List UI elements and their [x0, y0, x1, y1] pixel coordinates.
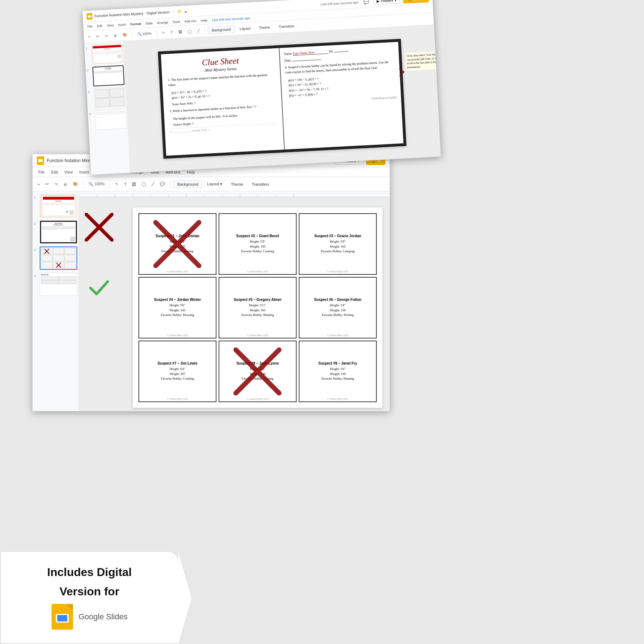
- top-cloud-icon[interactable]: ☁: [184, 9, 187, 14]
- big-checkmark: [88, 277, 110, 299]
- suspect-1-name: Suspect #1 – John Dorian: [156, 234, 199, 238]
- top-toolbar-undo[interactable]: ↩: [94, 33, 101, 40]
- suspect-card-7[interactable]: Suspect #7 – Jim Lewis Height: 6'4" Weig…: [138, 341, 216, 402]
- clue-q1: 1. The first letter of the suspect's nam…: [168, 72, 275, 88]
- top-theme-button[interactable]: Theme: [255, 24, 274, 31]
- menu-insert[interactable]: Insert: [76, 169, 92, 175]
- background-button[interactable]: Background: [173, 180, 202, 188]
- top-toolbar-paint[interactable]: 🎨: [120, 31, 129, 38]
- toolbar-line[interactable]: ╱: [150, 180, 156, 188]
- suspect-8-name: Suspect #8 – Jane Lyons: [236, 361, 279, 365]
- suspect-card-2[interactable]: Suspect #2 – Grant Bevel Height: 5'9" We…: [219, 213, 297, 275]
- toolbar-textbox[interactable]: T: [122, 181, 129, 188]
- top-menu-insert[interactable]: Insert: [116, 22, 128, 28]
- menu-view[interactable]: View: [62, 169, 76, 175]
- transition-button[interactable]: Transition: [248, 181, 272, 188]
- top-toolbar-add[interactable]: +: [86, 33, 93, 40]
- top-divider-1: [132, 31, 132, 38]
- top-present-dropdown[interactable]: ▾: [395, 0, 397, 2]
- top-thumb-slide-3[interactable]: [93, 87, 126, 108]
- thumb-item-2[interactable]: 2 Clue Sheet Mini Mystery Series: [34, 220, 77, 244]
- thumb-item-1[interactable]: 1 Instructions: [34, 194, 77, 218]
- thumb-slide-1[interactable]: Instructions: [40, 194, 77, 218]
- suspect-card-3[interactable]: Suspect #3 – Gracie Jordan Height: 5'9" …: [299, 213, 377, 275]
- suspect-card-1[interactable]: Suspect #1 – John Dorian Height: 6'4" We…: [138, 213, 216, 275]
- thumb-slide-2[interactable]: Clue Sheet Mini Mystery Series: [40, 220, 77, 244]
- suspect-card-6[interactable]: Suspect #6 – George Fulton Height: 5'4" …: [299, 277, 377, 338]
- menu-file[interactable]: File: [35, 169, 48, 175]
- thumb-item-3[interactable]: 3: [34, 247, 77, 270]
- top-star-icon[interactable]: ☆: [171, 9, 175, 14]
- top-thumb-slide-4[interactable]: [95, 109, 127, 130]
- suspect-card-8[interactable]: Suspect #8 – Jane Lyons Height: 5'4" Wei…: [219, 341, 297, 402]
- thumb-num-1: 1: [34, 196, 38, 199]
- top-layout-button[interactable]: Layout: [236, 25, 254, 33]
- layout-button[interactable]: Layout ▾: [204, 180, 226, 188]
- top-menu-edit[interactable]: Edit: [95, 23, 104, 28]
- pd-value: [334, 51, 348, 52]
- bottom-thumbnails-panel: 1 Instructions: [33, 191, 79, 411]
- top-toolbar-shapes[interactable]: ◯: [185, 28, 194, 35]
- top-menu-view[interactable]: View: [105, 23, 116, 28]
- toolbar-image[interactable]: 🖼: [130, 181, 138, 188]
- suspect-card-4[interactable]: Suspect #4 – Jordan Winter Height: 5'6" …: [138, 277, 216, 338]
- top-chat-icon[interactable]: 💬: [363, 0, 369, 5]
- toolbar-cursor[interactable]: ↖: [113, 180, 121, 188]
- top-toolbar-line[interactable]: ╱: [195, 28, 202, 35]
- toolbar-shapes[interactable]: ◯: [140, 180, 148, 188]
- top-thumb-slide-2[interactable]: Clue Sheet Mini Mystery: [92, 65, 125, 86]
- top-toolbar-redo[interactable]: ↪: [102, 32, 110, 39]
- top-thumb-slide-1[interactable]: Instructions: [91, 43, 123, 64]
- top-divider-2: [156, 30, 157, 37]
- suspects-grid: Suspect #1 – John Dorian Height: 6'4" We…: [133, 208, 382, 408]
- toolbar-redo[interactable]: ↪: [52, 180, 60, 188]
- theme-button[interactable]: Theme: [227, 181, 247, 188]
- big-x-mark: [85, 213, 113, 241]
- top-background-button[interactable]: Background: [208, 25, 235, 34]
- top-share-button[interactable]: 🔒 Share: [403, 0, 429, 4]
- top-menu-format[interactable]: Format: [128, 21, 143, 27]
- top-toolbar-textbox[interactable]: T: [168, 29, 175, 36]
- top-thumb-num-4: 4: [89, 112, 94, 116]
- menu-edit[interactable]: Edit: [48, 169, 61, 175]
- top-toolbar-image[interactable]: 🖼: [176, 28, 184, 35]
- top-thumb-num-3: 3: [88, 90, 93, 94]
- suspect-2-copyright: © Fulton Math, 2019: [247, 270, 268, 273]
- thumb-slide-3[interactable]: [40, 247, 77, 270]
- top-present-button[interactable]: ▶ Present ▾: [373, 0, 400, 5]
- main-suspects-slide: Suspect #1 – John Dorian Height: 6'4" We…: [133, 208, 382, 408]
- thumb-slide-4[interactable]: Suspects Grid: [40, 273, 77, 296]
- name-label: Name: [284, 52, 292, 56]
- top-menu-arrange[interactable]: Arrange: [155, 20, 170, 25]
- top-menu-addons[interactable]: Add-ons: [182, 18, 198, 24]
- suspect-4-copyright: © Fulton Math, 2019: [167, 334, 188, 337]
- suspect-1-copyright: © Fulton Math, 2019: [167, 270, 188, 273]
- top-thumb-4[interactable]: 4: [89, 109, 127, 130]
- top-thumb-2[interactable]: 2 Clue Sheet Mini Mystery: [87, 65, 125, 87]
- thumb-item-4[interactable]: 4 Suspects Grid: [34, 273, 77, 296]
- top-thumb-3[interactable]: 3: [88, 87, 126, 108]
- toolbar-comment[interactable]: 💬: [158, 180, 167, 188]
- bottom-toolbar: + ↩ ↪ 🖨 🎨 🔍 100% ↖ T 🖼 ◯ ╱ 💬 Background …: [33, 177, 390, 191]
- name-value[interactable]: Type Name Here: [293, 50, 328, 55]
- toolbar-divider-3: [170, 181, 170, 188]
- top-toolbar-zoom[interactable]: 🔍 100%: [135, 30, 154, 38]
- suspect-2-details: Height: 5'9" Weight: 195 Favorite Hobby:…: [241, 239, 274, 254]
- top-toolbar-print[interactable]: 🖨: [111, 32, 119, 39]
- bottom-window-content: 1 Instructions: [33, 191, 390, 411]
- top-menu-file[interactable]: File: [86, 24, 94, 29]
- toolbar-zoom[interactable]: 🔍 100%: [86, 180, 107, 188]
- top-menu-tools[interactable]: Tools: [171, 19, 182, 25]
- top-thumb-1[interactable]: 1 Instructions: [86, 43, 123, 65]
- top-folder-icon[interactable]: 📁: [177, 9, 182, 14]
- suspect-card-9[interactable]: Suspect #9 – Janet Fry Height: 5'6" Weig…: [299, 341, 377, 402]
- suspect-card-5[interactable]: Suspect #5 – Gregory Abner Height: 5'11"…: [219, 277, 297, 338]
- top-transition-button[interactable]: Transition: [275, 23, 298, 30]
- toolbar-add[interactable]: +: [35, 181, 42, 188]
- top-toolbar-cursor[interactable]: ↖: [160, 29, 167, 36]
- toolbar-print[interactable]: 🖨: [61, 181, 69, 188]
- toolbar-undo[interactable]: ↩: [43, 180, 51, 188]
- top-menu-slide[interactable]: Slide: [143, 20, 155, 26]
- top-menu-help[interactable]: Help: [199, 18, 209, 23]
- toolbar-paint[interactable]: 🎨: [71, 180, 80, 188]
